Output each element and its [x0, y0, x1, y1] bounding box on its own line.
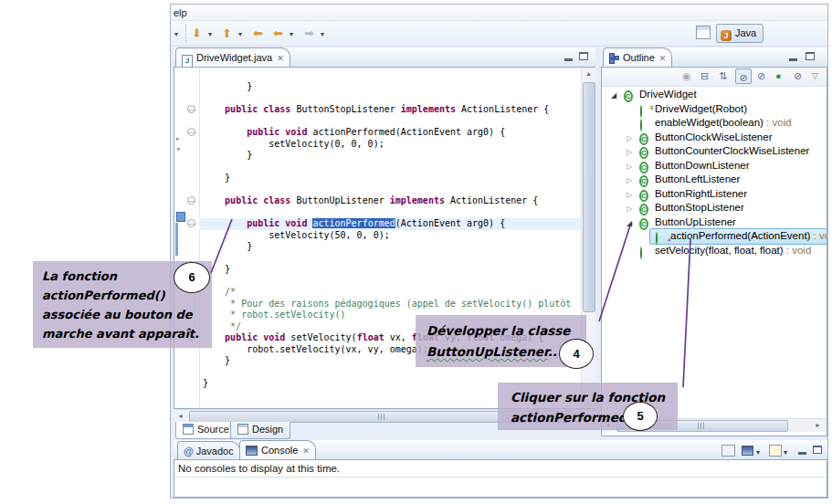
code-line[interactable]: } — [199, 173, 581, 184]
display-console-icon[interactable] — [742, 446, 753, 456]
menu-help-fragment[interactable]: elp — [174, 7, 187, 18]
code-line[interactable]: setVelocity(50, 0, 0); — [199, 230, 581, 242]
outline-tab[interactable]: Outline✕ — [603, 47, 672, 67]
code-line[interactable]: setVelocity(0, 0, 0); — [199, 139, 581, 151]
focus-icon[interactable]: ◉ — [682, 68, 691, 84]
outline-item-buttonclockwiselistener[interactable]: ▷CButtonClockWiseListener — [602, 131, 827, 144]
class-icon: C — [639, 204, 648, 215]
previous-annotation-dropdown-icon[interactable]: ▾ — [238, 23, 242, 46]
tree-collapsed-icon[interactable]: ▷ — [627, 202, 632, 215]
outline-item-buttondownlistener[interactable]: ▷CButtonDownListener — [602, 159, 827, 173]
scroll-right-icon[interactable]: ► — [815, 420, 821, 431]
code-line[interactable] — [199, 184, 581, 196]
outline-item-label: ButtonStopListener — [655, 201, 744, 215]
outline-item-enablewidget-boolean-[interactable]: enableWidget(boolean) : void — [602, 116, 827, 130]
console-minimize-button[interactable] — [798, 446, 808, 455]
hide-nonpublic-icon[interactable]: ● — [775, 68, 782, 84]
fold-collapse-icon[interactable]: — — [187, 196, 195, 205]
back-icon[interactable]: ⬅ — [273, 22, 283, 45]
outline-tab-close-icon[interactable]: ✕ — [659, 54, 667, 63]
collapse-all-icon[interactable]: ⊟ — [700, 68, 709, 84]
code-line[interactable] — [199, 116, 581, 128]
code-line[interactable] — [199, 276, 581, 288]
code-line[interactable]: public void actionPerformed(ActionEvent … — [199, 218, 581, 230]
tree-expanded-icon[interactable]: ◢ — [611, 89, 616, 102]
forward-icon[interactable]: ➡ — [304, 22, 314, 45]
code-line[interactable]: public void actionPerformed(ActionEvent … — [199, 127, 581, 139]
tab-design[interactable]: Design — [230, 422, 290, 439]
outline-minimize-button[interactable] — [789, 53, 799, 61]
tree-collapsed-icon[interactable]: ▷ — [627, 145, 632, 159]
scroll-left-icon[interactable]: ◄ — [177, 411, 184, 422]
tree-collapsed-icon[interactable]: ▷ — [627, 188, 632, 202]
tree-expanded-icon[interactable]: ◢ — [627, 216, 632, 230]
editor-tab-close-icon[interactable]: ✕ — [277, 54, 284, 63]
console-tab-close-icon[interactable]: ✕ — [302, 446, 310, 456]
fold-collapse-icon[interactable]: — — [187, 128, 195, 136]
code-line[interactable]: /* — [199, 287, 581, 299]
code-line[interactable]: } — [199, 241, 581, 253]
outline-item-drivewidget[interactable]: ◢CDriveWidget — [602, 88, 827, 101]
fold-collapse-icon[interactable]: — — [187, 219, 195, 227]
tab-console[interactable]: Console✕ — [239, 440, 316, 459]
tree-collapsed-icon[interactable]: ▷ — [627, 160, 632, 173]
outline-item-buttonstoplistener[interactable]: ▷CButtonStopListener — [602, 201, 827, 215]
outline-item-actionperformed-actionevent-[interactable]: ▴actionPerformed(ActionEvent) : void — [602, 229, 827, 243]
hide-static-icon[interactable]: ⊘ — [757, 68, 765, 84]
outline-tree[interactable]: ◢CDriveWidgetcDriveWidget(Robot)enableWi… — [602, 87, 827, 417]
fold-collapse-icon[interactable]: — — [187, 105, 195, 113]
code-line[interactable] — [199, 162, 581, 173]
java-perspective-button[interactable]: JJava — [716, 24, 764, 43]
editor-fold-column[interactable]: ————— — [186, 68, 200, 408]
outline-item-label: setVelocity(float, float, float) : void — [655, 244, 811, 257]
ruler-arrow-icon: ▸ — [176, 135, 180, 142]
pin-console-icon[interactable] — [769, 445, 782, 457]
ruler-range-bar — [175, 223, 178, 256]
view-menu-icon[interactable]: ▽ — [812, 68, 818, 84]
code-line[interactable]: } — [199, 150, 581, 162]
callout-number-4: 4 — [559, 339, 594, 369]
outline-item-buttonuplistener[interactable]: ◢CButtonUpListener — [602, 215, 827, 229]
tree-collapsed-icon[interactable]: ▷ — [627, 173, 632, 187]
outline-maximize-button[interactable] — [806, 52, 816, 60]
toolbar-dropdown-icon[interactable]: ▾ — [174, 23, 178, 46]
tab-javadoc[interactable]: @Javadoc — [177, 441, 240, 459]
scroll-up-icon[interactable]: ▲ — [585, 68, 592, 79]
outline-item-drivewidget-robot-[interactable]: cDriveWidget(Robot) — [602, 102, 827, 116]
previous-annotation-icon[interactable]: ⬆ — [222, 22, 232, 45]
tree-collapsed-icon[interactable]: ▷ — [627, 131, 632, 145]
outline-item-buttonleftlistener[interactable]: ▷CButtonLeftListener — [602, 173, 827, 186]
console-maximize-button[interactable] — [813, 446, 823, 454]
editor-maximize-button[interactable] — [579, 52, 589, 60]
outline-item-label: DriveWidget(Robot) — [655, 102, 747, 116]
tab-source[interactable]: Source — [175, 422, 237, 439]
code-line[interactable]: public class ButtonUpListener implements… — [199, 195, 581, 207]
outline-item-setvelocity-float-float-float-[interactable]: setVelocity(float, float, float) : void — [602, 244, 827, 257]
code-line[interactable] — [199, 367, 581, 379]
back-dropdown-icon[interactable]: ▾ — [290, 23, 293, 46]
code-line[interactable]: * Pour des raisons pédagogiques (appel d… — [199, 299, 581, 310]
hide-local-types-icon[interactable]: ⊘ — [794, 68, 802, 84]
menu-bar[interactable]: elp — [171, 5, 827, 21]
editor-minimize-button[interactable] — [564, 53, 574, 61]
outline-item-buttoncounterclockwiselistener[interactable]: ▷CButtonCounterClockWiseListener — [602, 144, 827, 158]
forward-dropdown-icon[interactable]: ▾ — [321, 23, 324, 46]
editor-annotation-ruler[interactable]: ▸ ◂ — [174, 68, 187, 408]
last-edit-location-icon[interactable]: ⬅ — [253, 22, 263, 45]
code-line[interactable]: } — [199, 264, 581, 276]
open-console-icon[interactable] — [721, 445, 735, 457]
hide-fields-icon[interactable]: ⊘ — [735, 68, 752, 84]
callout-number-6: 6 — [174, 262, 210, 293]
code-line[interactable]: } — [199, 81, 581, 93]
next-annotation-icon[interactable]: ⬇ — [192, 22, 202, 45]
code-line[interactable] — [199, 207, 581, 219]
open-perspective-icon[interactable] — [696, 26, 711, 39]
code-line[interactable]: public class ButtonStopListener implemen… — [199, 104, 581, 116]
editor-tab-drivewidget[interactable]: JDriveWidget.java✕ — [175, 47, 290, 67]
outline-item-buttonrightlistener[interactable]: ▷CButtonRightListener — [602, 187, 827, 201]
code-line[interactable] — [199, 93, 581, 105]
sort-icon[interactable]: ⇅ — [719, 68, 727, 84]
next-annotation-dropdown-icon[interactable]: ▾ — [208, 23, 212, 46]
code-line[interactable] — [199, 253, 581, 265]
editor-vscroll-thumb[interactable] — [583, 82, 595, 312]
